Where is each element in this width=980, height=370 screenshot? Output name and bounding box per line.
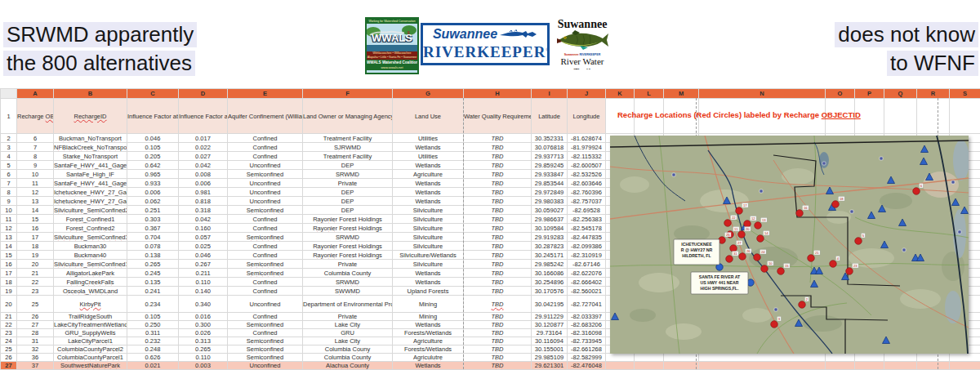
cell[interactable] <box>917 354 950 362</box>
cell[interactable]: -82.603646 <box>568 179 606 188</box>
cell[interactable]: SantaFe_HWY_441_Gage2 <box>54 179 127 188</box>
cell[interactable]: 30.287823 <box>532 242 568 251</box>
cell[interactable]: Confined <box>228 134 303 143</box>
cell[interactable]: Semiconfined <box>228 354 303 362</box>
cell[interactable]: Wetlands <box>393 161 464 170</box>
column-header-O[interactable]: O <box>826 89 855 99</box>
cell[interactable]: 15 <box>17 215 54 224</box>
row-header-26[interactable]: 26 <box>1 354 17 362</box>
cell[interactable]: 25 <box>17 296 54 313</box>
cell[interactable]: 30.170576 <box>532 287 568 296</box>
cell[interactable]: Unconfined <box>228 179 303 188</box>
cell[interactable]: Private <box>303 313 393 321</box>
cell[interactable]: 30.076818 <box>532 143 568 152</box>
cell[interactable]: 0.006 <box>179 179 228 188</box>
cell[interactable]: TBD <box>464 362 532 370</box>
cell[interactable]: -82.683206 <box>568 321 606 329</box>
cell[interactable]: Silviculture/Wetlands <box>393 251 464 260</box>
cell[interactable]: -82.757037 <box>568 197 606 206</box>
cell[interactable]: TBD <box>464 337 532 345</box>
cell[interactable]: 0.818 <box>179 197 228 206</box>
row-header-1[interactable]: 1 <box>1 99 17 134</box>
cell[interactable]: Private <box>303 260 393 269</box>
row-header-9[interactable]: 9 <box>1 197 17 206</box>
cell[interactable]: -81.979924 <box>568 143 606 152</box>
cell[interactable]: Semiconfined <box>228 345 303 354</box>
cell[interactable]: 0.241 <box>127 287 179 296</box>
cell[interactable]: 28 <box>17 329 54 337</box>
cell[interactable]: TBD <box>464 260 532 269</box>
header-cell[interactable]: Influence Factor at Santa Fe HWY 441 Gag… <box>127 99 179 134</box>
cell[interactable]: Starke_NoTransport <box>54 152 127 161</box>
cell[interactable]: Buckman_NoTransport <box>54 134 127 143</box>
cell[interactable]: FallingCreekFalls <box>54 278 127 287</box>
cell[interactable]: -82.622076 <box>568 269 606 278</box>
cell[interactable]: Columbia Couny <box>303 345 393 354</box>
cell[interactable]: 0.046 <box>127 134 179 143</box>
cell[interactable]: 0.105 <box>127 143 179 152</box>
cell[interactable]: 29.937713 <box>532 152 568 161</box>
header-cell[interactable]: Land Owner or Managing Agency <box>303 99 393 134</box>
cell[interactable]: 0.016 <box>179 313 228 321</box>
cell[interactable]: Agriculture <box>393 337 464 345</box>
cell[interactable]: Silviculture <box>393 242 464 251</box>
cell[interactable]: 0.626 <box>127 354 179 362</box>
column-header-P[interactable]: P <box>855 89 884 99</box>
cell[interactable]: Confined <box>228 329 303 337</box>
cell[interactable]: 13 <box>17 197 54 206</box>
cell[interactable]: TBD <box>464 269 532 278</box>
cell[interactable]: 12 <box>17 188 54 197</box>
cell[interactable]: 0.017 <box>179 134 228 143</box>
cell[interactable]: 0.965 <box>127 170 179 179</box>
cell[interactable]: ColumbiaCountyParcel1 <box>54 354 127 362</box>
cell[interactable] <box>635 354 664 362</box>
cell[interactable]: 0.367 <box>127 224 179 233</box>
row-header-27[interactable]: 27 <box>1 362 17 370</box>
cell[interactable]: 30.042195 <box>532 296 568 313</box>
header-cell[interactable]: RechargeID <box>54 99 127 134</box>
column-header-C[interactable]: C <box>127 89 179 99</box>
cell[interactable]: 29.933847 <box>532 170 568 179</box>
cell[interactable]: Columbia County <box>303 269 393 278</box>
cell[interactable]: -82.733945 <box>568 337 606 345</box>
cell[interactable]: -82.532526 <box>568 170 606 179</box>
cell[interactable]: Unconfined <box>228 197 303 206</box>
cell[interactable]: 29.853544 <box>532 179 568 188</box>
cell[interactable]: NFBlackCreek_NoTransport <box>54 143 127 152</box>
cell[interactable]: 0.300 <box>179 321 228 329</box>
cell[interactable] <box>950 362 980 370</box>
cell[interactable]: KirbyPit <box>54 296 127 313</box>
cell[interactable]: 0.933 <box>127 179 179 188</box>
row-header-13[interactable]: 13 <box>1 233 17 242</box>
row-header-14[interactable]: 14 <box>1 242 17 251</box>
cell[interactable]: Mining <box>393 313 464 321</box>
row-header-20[interactable]: 20 <box>1 296 17 313</box>
cell[interactable]: SRWMD <box>303 233 393 242</box>
cell[interactable] <box>884 354 917 362</box>
cell[interactable]: 0.205 <box>127 152 179 161</box>
cell[interactable]: DEP <box>303 161 393 170</box>
cell[interactable]: Silviculture <box>393 233 464 242</box>
cell[interactable]: 30.155001 <box>532 345 568 354</box>
cell[interactable]: Silviculture_SemiConfined1 <box>54 260 127 269</box>
header-cell[interactable]: Land Use <box>393 99 464 134</box>
cell[interactable]: Wetlands <box>393 143 464 152</box>
row-header-4[interactable]: 4 <box>1 152 17 161</box>
cell[interactable] <box>950 354 980 362</box>
cell[interactable] <box>855 362 884 370</box>
cell[interactable]: Utilities <box>393 152 464 161</box>
cell[interactable]: 29.859245 <box>532 161 568 170</box>
cell[interactable]: Silviculture <box>393 215 464 224</box>
cell[interactable]: Lake City <box>303 337 393 345</box>
cell[interactable]: 0.140 <box>179 287 228 296</box>
header-cell[interactable]: Recharge OBJECTID <box>17 99 54 134</box>
column-header-I[interactable]: I <box>532 89 568 99</box>
cell[interactable]: Upland Forests <box>393 287 464 296</box>
cell[interactable]: 0.021 <box>127 362 179 370</box>
cell[interactable]: 29.621301 <box>532 362 568 370</box>
cell[interactable]: Confined <box>228 287 303 296</box>
cell[interactable]: Utilities <box>393 134 464 143</box>
cell[interactable]: 0.251 <box>127 206 179 215</box>
cell[interactable]: 14 <box>17 206 54 215</box>
cell[interactable]: 17 <box>17 233 54 242</box>
